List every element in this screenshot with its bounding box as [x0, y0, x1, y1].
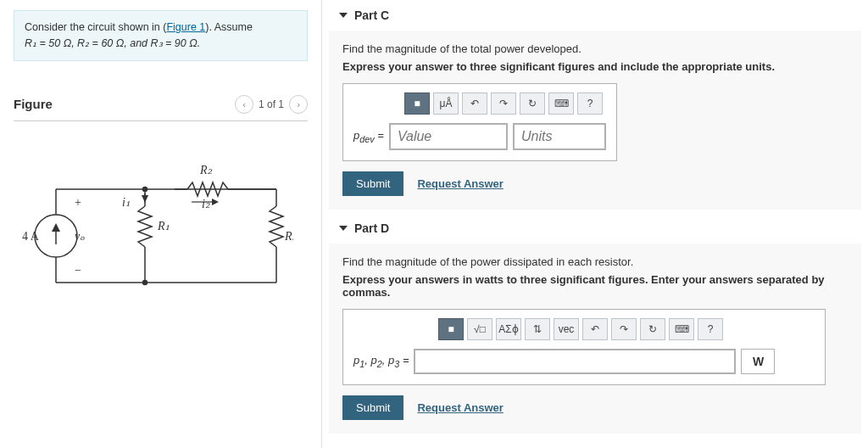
partD-toolbar: ■ √□ ΑΣϕ ⇅ vec ↶ ↷ ↻ ⌨ ?	[438, 318, 815, 340]
right-panel: Part C Find the magnitude of the total p…	[322, 0, 868, 448]
svg-text:−: −	[75, 264, 81, 277]
help-button[interactable]: ?	[698, 318, 723, 340]
partD-inputs: p1, p2, p3 = W	[353, 349, 815, 374]
prompt-suffix: ). Assume	[205, 21, 253, 33]
redo-button[interactable]: ↷	[611, 318, 637, 340]
pager-next[interactable]: ›	[289, 95, 308, 114]
svg-text:R₁: R₁	[157, 220, 170, 232]
pdev-label: pdev =	[353, 129, 384, 144]
undo-button[interactable]: ↶	[582, 318, 608, 340]
partC-inputs: pdev =	[353, 123, 606, 150]
svg-text:R₃: R₃	[284, 230, 293, 243]
reset-button[interactable]: ↻	[520, 92, 545, 115]
svg-text:R₂: R₂	[199, 164, 213, 176]
partD-buttons: Submit Request Answer	[342, 395, 848, 420]
svg-marker-27	[212, 199, 219, 205]
partC-instruction: Find the magnitude of the total power de…	[342, 42, 848, 55]
svg-text:i₂: i₂	[202, 198, 210, 210]
p123-label: p1, p2, p3 =	[353, 354, 409, 369]
pager-prev[interactable]: ‹	[235, 95, 253, 114]
prompt-values: R₁ = 50 Ω, R₂ = 60 Ω, and R₃ = 90 Ω.	[25, 37, 200, 49]
submit-button[interactable]: Submit	[342, 171, 403, 196]
undo-button[interactable]: ↶	[462, 92, 487, 115]
left-panel: Consider the circuit shown in (Figure 1)…	[0, 0, 322, 448]
value-input[interactable]	[389, 123, 508, 150]
partD-answer-box: ■ √□ ΑΣϕ ⇅ vec ↶ ↷ ↻ ⌨ ? p1, p2, p3 = W	[342, 309, 826, 385]
partD-bold: Express your answers in watts to three s…	[342, 273, 848, 299]
partC-header[interactable]: Part C	[329, 0, 861, 31]
arrows-button[interactable]: ⇅	[525, 318, 550, 340]
svg-point-16	[143, 280, 147, 284]
greek-button[interactable]: ΑΣϕ	[496, 318, 521, 340]
partC-toolbar: ■ μÅ ↶ ↷ ↻ ⌨ ?	[404, 92, 606, 115]
sqrt-button[interactable]: √□	[467, 318, 492, 340]
svg-text:+: +	[75, 196, 81, 209]
partD-body: Find the magnitude of the power dissipat…	[329, 244, 861, 434]
svg-point-15	[143, 187, 147, 191]
keyboard-button[interactable]: ⌨	[669, 318, 694, 340]
svg-text:i₁: i₁	[122, 196, 131, 209]
partD-instruction: Find the magnitude of the power dissipat…	[342, 255, 848, 268]
figure-title: Figure	[14, 97, 53, 111]
vec-button[interactable]: vec	[554, 318, 579, 340]
units-input[interactable]	[513, 123, 606, 150]
values-input[interactable]	[414, 349, 736, 374]
circuit-diagram: 4 A + − vₒ i₁ R₁ R₂ i₂ R₃	[22, 155, 293, 325]
reset-button[interactable]: ↻	[640, 318, 665, 340]
partC-answer-box: ■ μÅ ↶ ↷ ↻ ⌨ ? pdev =	[342, 83, 617, 161]
help-button[interactable]: ?	[577, 92, 603, 115]
submit-button[interactable]: Submit	[342, 395, 403, 420]
problem-statement: Consider the circuit shown in (Figure 1)…	[14, 10, 308, 61]
caret-down-icon	[339, 13, 348, 18]
svg-marker-6	[52, 223, 60, 232]
templates-button[interactable]: ■	[438, 318, 464, 340]
unit-label: W	[741, 349, 775, 374]
partD-title: Part D	[354, 221, 389, 235]
figure-header: Figure ‹ 1 of 1 ›	[14, 95, 308, 121]
svg-marker-10	[142, 195, 148, 203]
ua-button[interactable]: μÅ	[433, 92, 459, 115]
svg-text:vₒ: vₒ	[75, 230, 85, 243]
figure-link[interactable]: Figure 1	[166, 21, 205, 33]
request-answer-link[interactable]: Request Answer	[417, 177, 503, 190]
templates-button[interactable]: ■	[404, 92, 430, 115]
partC-body: Find the magnitude of the total power de…	[329, 31, 861, 210]
caret-down-icon	[339, 226, 348, 231]
prompt-prefix: Consider the circuit shown in (	[25, 21, 166, 33]
partC-bold: Express your answer to three significant…	[342, 60, 848, 73]
keyboard-button[interactable]: ⌨	[548, 92, 574, 115]
partD-header[interactable]: Part D	[329, 213, 861, 244]
redo-button[interactable]: ↷	[491, 92, 516, 115]
partC-title: Part C	[354, 8, 389, 22]
request-answer-link[interactable]: Request Answer	[417, 401, 503, 414]
partC-buttons: Submit Request Answer	[342, 171, 848, 196]
figure-pager: ‹ 1 of 1 ›	[235, 95, 308, 114]
svg-text:4 A: 4 A	[22, 230, 40, 243]
pager-text: 1 of 1	[259, 98, 284, 110]
